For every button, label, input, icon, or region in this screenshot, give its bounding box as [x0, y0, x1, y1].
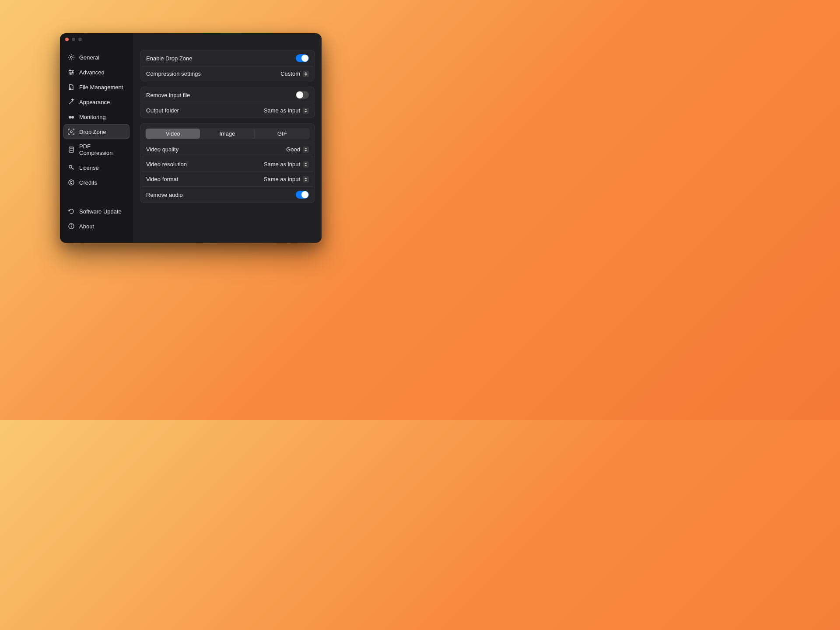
row-video-resolution: Video resolution Same as input	[141, 157, 314, 172]
sidebar-item-license[interactable]: License	[63, 160, 130, 175]
sidebar-item-label: PDF Compression	[79, 143, 125, 156]
key-icon	[68, 164, 75, 171]
refresh-icon	[68, 208, 75, 215]
sidebar-item-label: Monitoring	[79, 114, 106, 120]
info-icon	[68, 223, 75, 230]
video-quality-label: Video quality	[146, 146, 178, 153]
sidebar-item-label: Software Update	[79, 208, 122, 215]
row-video-quality: Video quality Good	[141, 142, 314, 157]
svg-point-0	[70, 56, 72, 58]
enable-drop-zone-toggle[interactable]	[296, 54, 309, 62]
row-compression-settings: Compression settings Custom	[141, 66, 314, 81]
file-gear-icon	[68, 84, 75, 91]
sidebar-item-appearance[interactable]: Appearance	[63, 94, 130, 109]
video-resolution-select[interactable]: Same as input	[264, 161, 309, 168]
sidebar-item-label: Advanced	[79, 69, 105, 76]
video-format-value: Same as input	[264, 176, 300, 182]
video-format-label: Video format	[146, 176, 178, 182]
window-controls	[65, 38, 82, 41]
svg-point-4	[70, 70, 70, 71]
sidebar-item-about[interactable]: About	[63, 219, 130, 234]
svg-point-5	[72, 72, 73, 73]
sliders-icon	[68, 69, 75, 76]
output-folder-value: Same as input	[264, 107, 300, 114]
compression-settings-value: Custom	[280, 70, 300, 77]
enable-drop-zone-label: Enable Drop Zone	[146, 55, 192, 62]
video-resolution-label: Video resolution	[146, 161, 187, 168]
svg-point-8	[69, 116, 71, 119]
remove-input-file-label: Remove input file	[146, 92, 190, 98]
sidebar-item-label: Credits	[79, 179, 97, 186]
sidebar-item-label: File Management	[79, 84, 123, 91]
segment-gif[interactable]: GIF	[255, 129, 309, 139]
segment-video[interactable]: Video	[146, 129, 200, 139]
sidebar-item-advanced[interactable]: Advanced	[63, 65, 130, 80]
sidebar-item-file-management[interactable]: File Management	[63, 80, 130, 94]
row-remove-input-file: Remove input file	[141, 87, 314, 103]
panel-media: Video Image GIF Video quality Good	[140, 123, 315, 203]
svg-rect-11	[69, 147, 74, 152]
compression-settings-label: Compression settings	[146, 70, 201, 77]
svg-point-15	[69, 180, 74, 185]
row-output-folder: Output folder Same as input	[141, 103, 314, 118]
segment-image[interactable]: Image	[200, 129, 255, 139]
row-remove-audio: Remove audio	[141, 187, 314, 203]
chevrons-icon	[303, 108, 309, 114]
row-video-format: Video format Same as input	[141, 172, 314, 187]
sidebar-item-software-update[interactable]: Software Update	[63, 204, 130, 219]
svg-point-7	[69, 88, 71, 90]
remove-audio-label: Remove audio	[146, 192, 183, 198]
sidebar-item-label: About	[79, 223, 94, 230]
compression-settings-select[interactable]: Custom	[280, 70, 309, 77]
sidebar-item-general[interactable]: General	[63, 50, 130, 65]
pdf-icon	[68, 146, 75, 153]
video-resolution-value: Same as input	[264, 161, 300, 168]
drop-target-icon	[68, 128, 75, 135]
copyright-icon	[68, 179, 75, 186]
close-window-button[interactable]	[65, 38, 69, 41]
panel-drop-zone: Enable Drop Zone Compression settings Cu…	[140, 50, 315, 81]
chevrons-icon	[303, 147, 309, 153]
binoculars-icon	[68, 113, 75, 120]
sidebar-item-drop-zone[interactable]: Drop Zone	[63, 124, 130, 139]
gear-icon	[68, 54, 75, 61]
content-area: Enable Drop Zone Compression settings Cu…	[133, 33, 322, 243]
remove-input-file-toggle[interactable]	[296, 91, 309, 99]
sidebar-item-pdf-compression[interactable]: PDF Compression	[63, 139, 130, 160]
maximize-window-button[interactable]	[78, 38, 82, 41]
video-quality-value: Good	[286, 146, 300, 153]
panel-io: Remove input file Output folder Same as …	[140, 87, 315, 118]
chevrons-icon	[303, 161, 309, 168]
minimize-window-button[interactable]	[72, 38, 75, 41]
output-folder-select[interactable]: Same as input	[264, 107, 309, 114]
sidebar-item-label: Drop Zone	[79, 129, 106, 135]
remove-audio-toggle[interactable]	[296, 191, 309, 199]
video-format-select[interactable]: Same as input	[264, 176, 309, 182]
sidebar-item-credits[interactable]: Credits	[63, 175, 130, 190]
sidebar-item-label: License	[79, 164, 99, 171]
sidebar: General Advanced File Management Appeara…	[60, 33, 133, 243]
sidebar-item-monitoring[interactable]: Monitoring	[63, 109, 130, 124]
svg-point-9	[71, 116, 74, 119]
preferences-window: General Advanced File Management Appeara…	[60, 33, 322, 243]
chevrons-icon	[303, 176, 309, 182]
sidebar-item-label: General	[79, 54, 99, 61]
row-enable-drop-zone: Enable Drop Zone	[141, 50, 314, 66]
sidebar-item-label: Appearance	[79, 99, 110, 105]
media-segmented-control: Video Image GIF	[145, 128, 310, 139]
chevrons-icon	[303, 71, 309, 77]
wand-icon	[68, 98, 75, 105]
svg-point-6	[70, 74, 71, 74]
svg-point-10	[70, 131, 72, 133]
video-quality-select[interactable]: Good	[286, 146, 309, 153]
output-folder-label: Output folder	[146, 107, 179, 114]
svg-point-18	[71, 224, 71, 225]
